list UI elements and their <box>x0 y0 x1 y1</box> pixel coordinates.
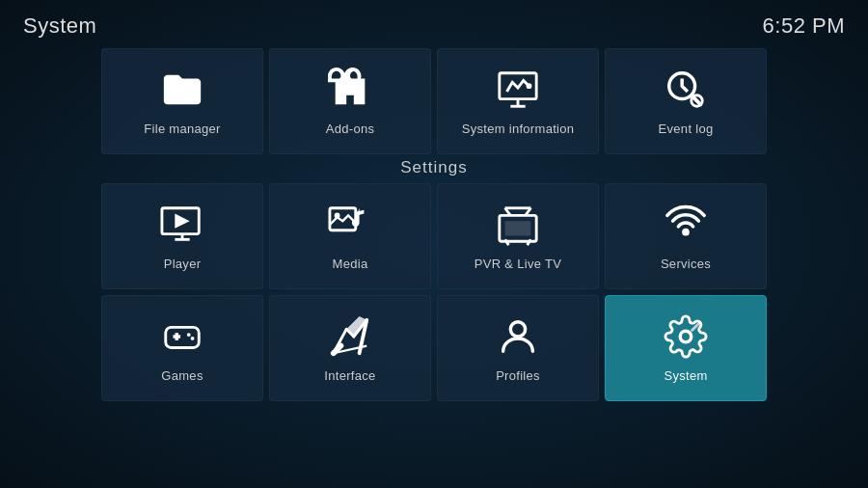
page-title: System <box>23 14 96 39</box>
system-info-icon <box>496 68 540 112</box>
svg-point-33 <box>680 331 692 342</box>
services-icon <box>664 203 708 247</box>
system-information-label: System information <box>462 122 575 136</box>
settings-label: Settings <box>400 158 467 177</box>
tile-event-log[interactable]: Event log <box>605 48 767 154</box>
profiles-icon <box>496 314 540 359</box>
games-icon <box>160 314 204 359</box>
event-log-label: Event log <box>659 122 714 136</box>
media-label: Media <box>333 257 368 271</box>
svg-point-23 <box>187 333 191 337</box>
main-container: System 6:52 PM File manager Add-ons <box>0 0 868 488</box>
media-icon <box>328 203 372 247</box>
clock: 6:52 PM <box>763 14 845 39</box>
svg-point-32 <box>510 321 525 336</box>
tile-games[interactable]: Games <box>101 295 263 401</box>
tile-profiles[interactable]: Profiles <box>437 295 599 401</box>
top-row: File manager Add-ons System information <box>0 48 868 154</box>
interface-label: Interface <box>324 368 375 383</box>
event-log-icon <box>664 68 708 112</box>
add-ons-label: Add-ons <box>326 122 375 136</box>
profiles-label: Profiles <box>496 368 540 383</box>
tile-add-ons[interactable]: Add-ons <box>269 48 431 154</box>
services-label: Services <box>661 257 711 271</box>
system-icon <box>664 314 708 359</box>
player-icon <box>160 203 204 247</box>
tile-services[interactable]: Services <box>605 183 767 289</box>
tile-interface[interactable]: Interface <box>269 295 431 401</box>
pvr-icon <box>496 203 540 247</box>
file-manager-label: File manager <box>144 122 220 136</box>
svg-point-20 <box>682 228 690 235</box>
folder-icon <box>160 68 204 112</box>
svg-marker-10 <box>175 213 189 228</box>
tile-pvr-live-tv[interactable]: PVR & Live TV <box>437 183 599 289</box>
svg-point-24 <box>191 337 195 340</box>
header: System 6:52 PM <box>0 0 868 48</box>
tile-system-information[interactable]: System information <box>437 48 599 154</box>
addons-icon <box>328 68 372 112</box>
tile-file-manager[interactable]: File manager <box>101 48 263 154</box>
settings-row-2: Games Interface <box>24 295 844 401</box>
tile-system[interactable]: System <box>605 295 767 401</box>
interface-icon <box>328 314 372 359</box>
system-label: System <box>664 368 707 383</box>
pvr-live-tv-label: PVR & Live TV <box>475 257 561 271</box>
svg-point-3 <box>527 83 532 89</box>
settings-section: Settings Player <box>0 158 868 488</box>
tile-media[interactable]: Media <box>269 183 431 289</box>
settings-row-1: Player Media <box>24 183 844 289</box>
player-label: Player <box>164 257 202 271</box>
games-label: Games <box>161 368 203 383</box>
svg-rect-19 <box>505 221 531 235</box>
tile-player[interactable]: Player <box>101 183 263 289</box>
